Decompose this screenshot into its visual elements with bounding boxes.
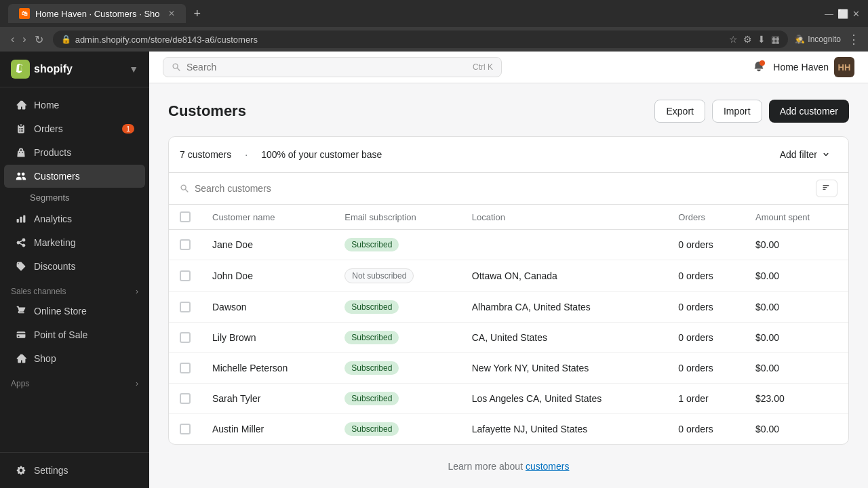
col-orders: Orders [667, 205, 745, 230]
select-all-checkbox[interactable] [180, 211, 191, 222]
apps-expand-icon[interactable]: › [136, 379, 138, 388]
shop-icon [15, 352, 27, 365]
row-checkbox-cell [169, 384, 201, 414]
forward-button[interactable]: › [20, 30, 28, 49]
global-search-bar[interactable]: Ctrl K [163, 57, 502, 77]
table-row[interactable]: John Doe Not subscribed Ottawa ON, Canad… [169, 260, 848, 292]
table-row[interactable]: Dawson Subscribed Alhambra CA, United St… [169, 292, 848, 323]
tab-close-btn[interactable]: ✕ [168, 9, 175, 18]
row-orders-cell: 0 orders [667, 292, 745, 323]
row-email-subscription-cell: Subscribed [334, 353, 460, 384]
sidebar-item-shop[interactable]: Shop [4, 347, 145, 370]
email-status-badge: Subscribed [344, 300, 399, 314]
customer-name-text[interactable]: Michelle Peterson [212, 363, 288, 373]
sidebar-header: shopify ▼ [0, 52, 149, 87]
sidebar-item-customers[interactable]: Customers [4, 165, 145, 188]
refresh-button[interactable]: ↻ [32, 30, 46, 49]
sort-button[interactable] [816, 180, 837, 197]
online-store-icon [15, 305, 27, 317]
customer-name-text[interactable]: Austin Miller [212, 424, 264, 434]
minimize-icon[interactable]: — [825, 9, 833, 19]
page-content: Customers Export Import Add customer 7 c… [149, 83, 868, 488]
row-checkbox[interactable] [180, 363, 191, 373]
maximize-icon[interactable]: ⬜ [837, 9, 848, 19]
row-checkbox[interactable] [180, 424, 191, 434]
sidebar-item-orders-label: Orders [34, 123, 63, 134]
table-header: Customer name Email subscription Locatio… [169, 205, 848, 230]
page-title: Customers [168, 102, 246, 120]
sidebar-item-marketing[interactable]: Marketing [4, 231, 145, 254]
shopify-bag-icon [11, 60, 30, 79]
row-checkbox[interactable] [180, 270, 191, 281]
table-search-input[interactable] [195, 183, 810, 194]
customer-name-text[interactable]: Dawson [212, 302, 247, 312]
extensions-icon[interactable]: ⚙ [743, 34, 752, 45]
app-container: shopify ▼ Home Orders 1 [0, 52, 868, 488]
table-row[interactable]: Michelle Peterson Subscribed New York NY… [169, 353, 848, 384]
sidebar-item-home[interactable]: Home [4, 94, 145, 117]
table-row[interactable]: Jane Doe ⧉ Subscribed 0 orders $0.00 [169, 230, 848, 260]
row-location-cell: Los Angeles CA, United States [461, 384, 668, 414]
customer-name-text[interactable]: Sarah Tyler [212, 393, 260, 404]
tab-title: Home Haven · Customers · Sho [35, 9, 160, 19]
menu-icon[interactable]: ⋮ [848, 32, 860, 47]
browser-tab[interactable]: 🛍 Home Haven · Customers · Sho ✕ [8, 4, 186, 23]
analytics-icon [15, 213, 27, 225]
add-customer-button[interactable]: Add customer [769, 100, 849, 123]
table-row[interactable]: Lily Brown Subscribed CA, United States … [169, 323, 848, 353]
sidebar-item-products[interactable]: Products [4, 141, 145, 164]
row-email-subscription-cell: Subscribed [334, 292, 460, 323]
table-row[interactable]: Sarah Tyler Subscribed Los Angeles CA, U… [169, 384, 848, 414]
sidebar-item-analytics[interactable]: Analytics [4, 207, 145, 230]
sidebar-item-orders[interactable]: Orders 1 [4, 117, 145, 140]
row-checkbox-cell [169, 260, 201, 292]
row-checkbox[interactable] [180, 332, 191, 343]
bookmark-icon[interactable]: ☆ [729, 34, 738, 45]
back-button[interactable]: ‹ [8, 30, 17, 49]
store-avatar: HH [834, 57, 854, 77]
global-search-input[interactable] [186, 62, 467, 73]
tab-grid-icon[interactable]: ▦ [771, 34, 780, 45]
address-bar[interactable]: 🔒 admin.shopify.com/store/de8143-a6/cust… [53, 30, 789, 48]
customers-card: 7 customers · 100% of your customer base… [168, 136, 849, 445]
customers-link[interactable]: customers [526, 461, 570, 472]
customer-name-text[interactable]: John Doe [212, 270, 253, 281]
table-search-icon [180, 184, 189, 193]
chevron-down-icon [821, 150, 831, 159]
notifications-button[interactable] [753, 60, 765, 75]
row-checkbox-cell [169, 230, 201, 260]
row-location-cell: Lafayette NJ, United States [461, 414, 668, 445]
import-button[interactable]: Import [712, 100, 762, 123]
browser-addressbar: ‹ › ↻ 🔒 admin.shopify.com/store/de8143-a… [0, 27, 868, 52]
email-status-badge: Subscribed [344, 361, 399, 375]
sidebar-item-discounts[interactable]: Discounts [4, 255, 145, 278]
row-amount-cell: $0.00 [745, 414, 848, 445]
page-actions: Export Import Add customer [654, 100, 849, 123]
add-filter-button[interactable]: Add filter [773, 145, 837, 164]
row-checkbox[interactable] [180, 239, 191, 250]
table-row[interactable]: Austin Miller Subscribed Lafayette NJ, U… [169, 414, 848, 445]
customer-name-text[interactable]: Lily Brown [212, 332, 256, 343]
close-window-icon[interactable]: ✕ [852, 9, 860, 19]
tab-favicon: 🛍 [19, 8, 30, 19]
sales-channels-expand-icon[interactable]: › [136, 287, 138, 296]
row-location-cell: Alhambra CA, United States [461, 292, 668, 323]
export-button[interactable]: Export [654, 100, 705, 123]
search-shortcut: Ctrl K [473, 62, 493, 72]
card-header: 7 customers · 100% of your customer base… [169, 137, 848, 173]
row-checkbox[interactable] [180, 393, 191, 404]
new-tab-button[interactable]: + [191, 7, 204, 21]
sidebar-collapse-icon[interactable]: ▼ [129, 64, 138, 75]
sidebar-item-online-store[interactable]: Online Store [4, 300, 145, 323]
row-checkbox-cell [169, 414, 201, 445]
row-checkbox[interactable] [180, 302, 191, 312]
shopify-logo[interactable]: shopify [11, 60, 73, 79]
sidebar-item-point-of-sale[interactable]: Point of Sale [4, 323, 145, 346]
customer-name-text[interactable]: Jane Doe [212, 239, 253, 250]
sort-icon [822, 184, 831, 193]
download-icon[interactable]: ⬇ [757, 34, 766, 45]
sidebar-sub-item-segments[interactable]: Segments [0, 188, 149, 207]
row-customer-name-cell: Lily Brown [201, 323, 334, 353]
sidebar-item-settings[interactable]: Settings [4, 459, 145, 482]
store-badge[interactable]: Home Haven HH [773, 57, 854, 77]
